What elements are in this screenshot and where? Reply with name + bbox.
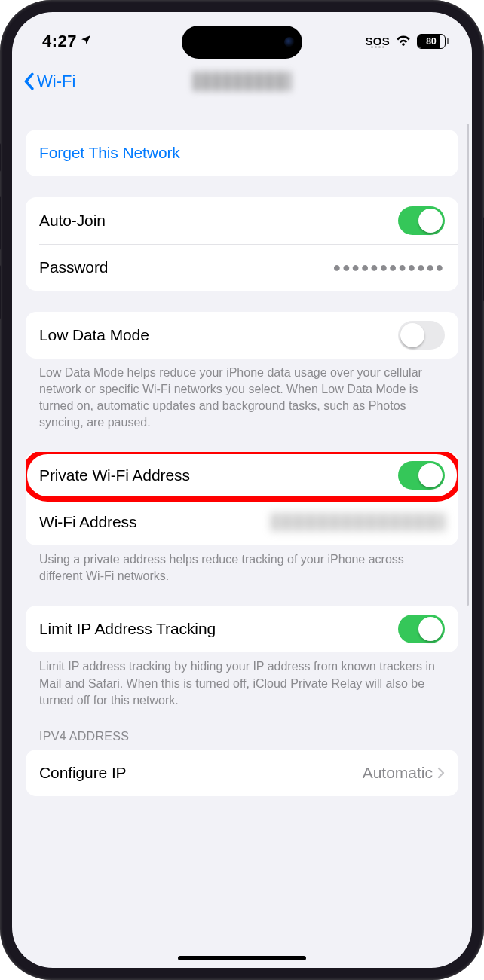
wifi-address-label: Wi-Fi Address [39, 513, 136, 531]
password-label: Password [39, 258, 108, 276]
configure-ip-row[interactable]: Configure IP Automatic [26, 750, 458, 796]
auto-join-row: Auto-Join [26, 197, 458, 244]
battery-indicator: 80 [417, 34, 449, 49]
limit-ip-tracking-row: Limit IP Address Tracking [26, 606, 458, 652]
wifi-address-value-redacted [271, 513, 445, 531]
configure-ip-label: Configure IP [39, 764, 127, 782]
home-indicator[interactable] [178, 956, 306, 960]
navigation-bar: Wi-Fi [12, 60, 472, 102]
forget-network-button[interactable]: Forget This Network [26, 130, 458, 176]
wifi-icon [395, 33, 412, 50]
back-button[interactable]: Wi-Fi [23, 72, 75, 91]
private-wifi-address-label: Private Wi-Fi Address [39, 466, 190, 484]
low-data-mode-footer: Low Data Mode helps reduce your iPhone d… [26, 359, 458, 431]
status-time: 4:27 [42, 32, 77, 51]
location-icon [80, 34, 92, 49]
chevron-left-icon [23, 72, 35, 90]
wifi-address-footer: Using a private address helps reduce tra… [26, 545, 458, 585]
limit-ip-tracking-footer: Limit IP address tracking by hiding your… [26, 652, 458, 708]
password-mask: ●●●●●●●●●●●● [333, 260, 445, 276]
private-wifi-address-toggle[interactable] [398, 461, 445, 490]
chevron-right-icon [437, 767, 445, 779]
low-data-mode-row: Low Data Mode [26, 312, 458, 359]
limit-ip-tracking-toggle[interactable] [398, 615, 445, 643]
dynamic-island [182, 26, 302, 59]
back-label: Wi-Fi [37, 72, 75, 91]
limit-ip-tracking-label: Limit IP Address Tracking [39, 620, 216, 638]
low-data-mode-toggle[interactable] [398, 321, 445, 350]
auto-join-label: Auto-Join [39, 212, 106, 230]
private-wifi-address-row: Private Wi-Fi Address [26, 452, 458, 499]
auto-join-toggle[interactable] [398, 206, 445, 235]
ipv4-section-header: IPV4 ADDRESS [26, 730, 458, 750]
configure-ip-value: Automatic [363, 764, 433, 782]
wifi-address-row[interactable]: Wi-Fi Address [26, 499, 458, 545]
scroll-indicator[interactable] [467, 124, 469, 606]
password-row[interactable]: Password ●●●●●●●●●●●● [26, 244, 458, 291]
sos-indicator: SOS [365, 35, 390, 48]
low-data-mode-label: Low Data Mode [39, 326, 149, 344]
page-title-redacted [193, 72, 291, 91]
